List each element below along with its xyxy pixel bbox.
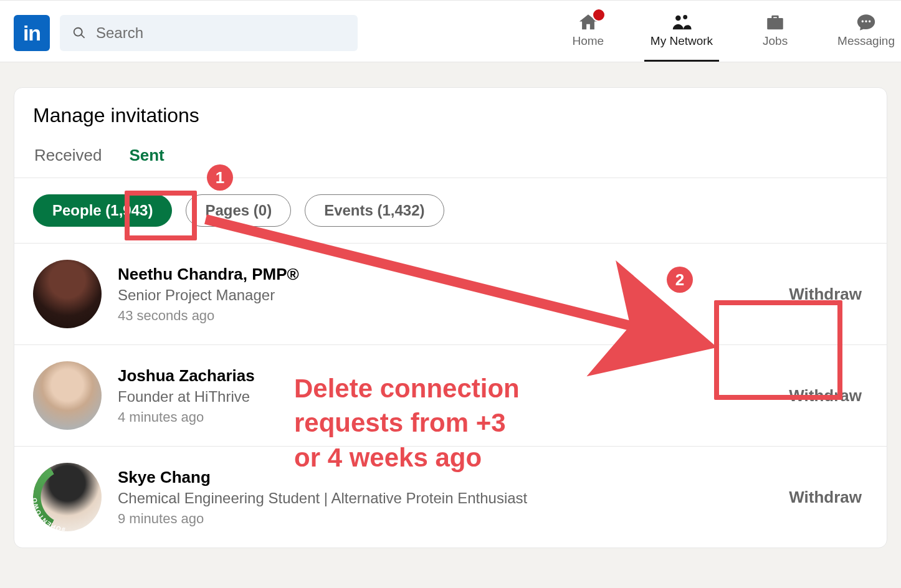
filter-pills: People (1,943) Pages (0) Events (1,432): [14, 178, 887, 244]
logo-text: in: [23, 21, 41, 45]
invitations-card: Manage invitations Received Sent People …: [14, 87, 887, 548]
page-title: Manage invitations: [14, 88, 887, 138]
linkedin-logo[interactable]: in: [14, 15, 50, 51]
person-headline: Senior Project Manager: [118, 287, 766, 304]
nav-jobs-label: Jobs: [763, 34, 788, 48]
sent-time: 9 minutes ago: [118, 511, 766, 527]
global-nav: Home My Network Jobs Messaging: [563, 4, 901, 62]
withdraw-button[interactable]: Withdraw: [783, 275, 868, 314]
withdraw-button[interactable]: Withdraw: [783, 376, 868, 415]
briefcase-icon: [764, 12, 786, 33]
nav-messaging[interactable]: Messaging: [837, 4, 895, 62]
nav-jobs[interactable]: Jobs: [750, 4, 800, 62]
tab-sent[interactable]: Sent: [128, 138, 165, 178]
invitation-row: Joshua Zacharias Founder at HiThrive 4 m…: [14, 345, 887, 447]
top-bar: in Search Home My Network Jobs: [0, 0, 901, 62]
withdraw-button[interactable]: Withdraw: [783, 478, 868, 517]
people-icon: [669, 12, 694, 33]
nav-network-label: My Network: [651, 34, 713, 48]
page: Manage invitations Received Sent People …: [0, 62, 901, 573]
svg-point-0: [675, 16, 681, 21]
avatar[interactable]: [33, 361, 102, 430]
filter-people[interactable]: People (1,943): [33, 194, 172, 227]
person-name[interactable]: Joshua Zacharias: [118, 366, 766, 386]
filter-events[interactable]: Events (1,432): [305, 194, 444, 227]
invitation-row: #OPENTOWORK Skye Chang Chemical Engineer…: [14, 447, 887, 548]
open-to-work-badge: [33, 463, 102, 531]
invitation-row: Neethu Chandra, PMP® Senior Project Mana…: [14, 244, 887, 345]
sent-time: 43 seconds ago: [118, 308, 766, 324]
nav-my-network[interactable]: My Network: [651, 4, 713, 62]
search-icon: [72, 26, 86, 40]
avatar[interactable]: [33, 260, 102, 328]
invitation-tabs: Received Sent: [14, 138, 887, 178]
svg-point-1: [683, 15, 687, 19]
nav-home-label: Home: [572, 34, 604, 48]
person-headline: Founder at HiThrive: [118, 388, 766, 405]
nav-messaging-label: Messaging: [837, 34, 895, 48]
avatar[interactable]: #OPENTOWORK: [33, 463, 102, 531]
notification-badge: [592, 8, 606, 22]
person-name[interactable]: Skye Chang: [118, 468, 766, 487]
person-name[interactable]: Neethu Chandra, PMP®: [118, 265, 766, 284]
search-placeholder: Search: [96, 24, 143, 42]
search-input[interactable]: Search: [60, 15, 358, 51]
filter-pages[interactable]: Pages (0): [186, 194, 291, 227]
person-headline: Chemical Engineering Student | Alternati…: [118, 490, 766, 507]
tab-received[interactable]: Received: [33, 138, 103, 178]
sent-time: 4 minutes ago: [118, 409, 766, 425]
nav-home[interactable]: Home: [563, 4, 613, 62]
messaging-icon: [854, 12, 878, 33]
